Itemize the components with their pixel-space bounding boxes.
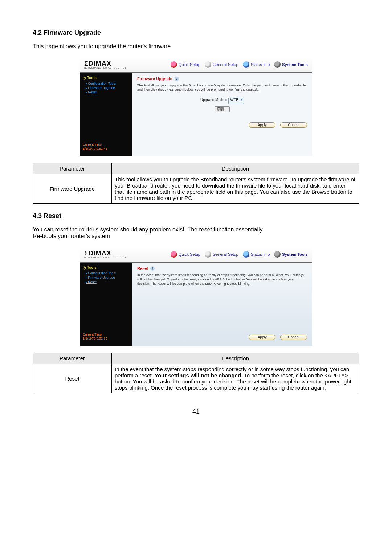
firmware-table: Parameter Description Firmware Upgrade T… [33,163,359,204]
apply-button[interactable]: Apply [249,122,275,128]
browse-button[interactable]: 瀏覽... [215,106,230,112]
cancel-button[interactable]: Cancel [280,335,307,340]
brand-tagline: NETWORKING PEOPLE TOGETHER [84,67,126,69]
param-firmware-upgrade: Firmware Upgrade [33,174,112,204]
status-info-icon [243,251,249,258]
upgrade-method-select[interactable]: WEB [228,98,244,104]
sidebar-category-tools[interactable]: Tools [83,76,129,80]
nav-status-info[interactable]: Status Info [243,251,270,258]
brand-logo: ΣDIMAX [84,60,126,67]
desc-firmware-upgrade: This tool allows you to upgrade the Broa… [112,174,359,204]
th-parameter: Parameter [33,353,112,364]
nav-quick-setup[interactable]: Quick Setup [171,61,200,68]
table-row: Reset In the event that the system stops… [33,364,359,393]
brand-tagline: NETWORKING PEOPLE TOGETHER [84,257,126,259]
reset-table: Parameter Description Reset In the event… [33,353,359,393]
status-info-icon [243,61,249,68]
table-row: Firmware Upgrade This tool allows you to… [33,174,359,204]
nav-general-setup[interactable]: General Setup [205,251,238,258]
sidebar-item-firmware-upgrade[interactable]: Firmware Upgrade [83,275,129,280]
reset-screenshot: ΣDIMAX NETWORKING PEOPLE TOGETHER Quick … [33,247,359,346]
th-description: Description [112,163,359,174]
sidebar-item-config-tools[interactable]: Configuration Tools [83,271,129,275]
help-icon[interactable]: ? [150,266,155,271]
router-header: ΣDIMAX NETWORKING PEOPLE TOGETHER Quick … [80,57,312,73]
nav-general-setup[interactable]: General Setup [205,61,238,68]
panel-desc-firmware: This tool allows you to upgrade the Broa… [137,83,307,92]
current-time-label: Current Time [83,333,129,337]
heading-4-3: 4.3 Reset [33,212,359,220]
th-parameter: Parameter [33,163,112,174]
nav-system-tools[interactable]: System Tools [274,61,308,68]
general-setup-icon [205,251,211,258]
cancel-button[interactable]: Cancel [280,122,307,128]
firmware-screenshot: ΣDIMAX NETWORKING PEOPLE TOGETHER Quick … [33,57,359,156]
current-time-label: Current Time [83,143,129,147]
quick-setup-icon [171,251,177,258]
desc-reset: In the event that the system stops respo… [112,364,359,393]
sidebar-category-tools[interactable]: Tools [83,266,129,270]
system-tools-icon [274,251,281,258]
nav-quick-setup[interactable]: Quick Setup [171,251,200,258]
panel-title-firmware: Firmware Upgrade [137,77,172,81]
page-number: 41 [33,408,359,415]
sidebar-item-config-tools[interactable]: Configuration Tools [83,81,129,86]
panel-desc-reset: In the event that the system stops respo… [137,273,307,286]
upgrade-method-label: Upgrade Method [200,98,228,102]
brand-logo: ΣDIMAX [84,250,126,257]
sidebar-item-reset[interactable]: Reset [83,90,129,94]
current-time-value: 1/1/1970 0:52:23 [83,337,129,341]
intro-4-2: This page allows you to upgrade the rout… [33,43,359,50]
system-tools-icon [274,61,281,68]
intro-4-3: You can reset the router's system should… [33,226,359,239]
general-setup-icon [205,61,211,68]
help-icon[interactable]: ? [175,77,179,81]
param-reset: Reset [33,364,112,393]
current-time-value: 1/1/1970 0:51:41 [83,147,129,151]
nav-system-tools[interactable]: System Tools [274,251,308,258]
nav-status-info[interactable]: Status Info [243,61,270,68]
th-description: Description [112,353,359,364]
heading-4-2: 4.2 Firmware Upgrade [33,29,359,37]
quick-setup-icon [171,61,177,68]
panel-title-reset: Reset [137,266,148,271]
router-header: ΣDIMAX NETWORKING PEOPLE TOGETHER Quick … [80,247,312,263]
sidebar-item-firmware-upgrade[interactable]: Firmware Upgrade [83,86,129,90]
sidebar-item-reset[interactable]: Reset [83,280,129,284]
apply-button[interactable]: Apply [249,335,275,340]
